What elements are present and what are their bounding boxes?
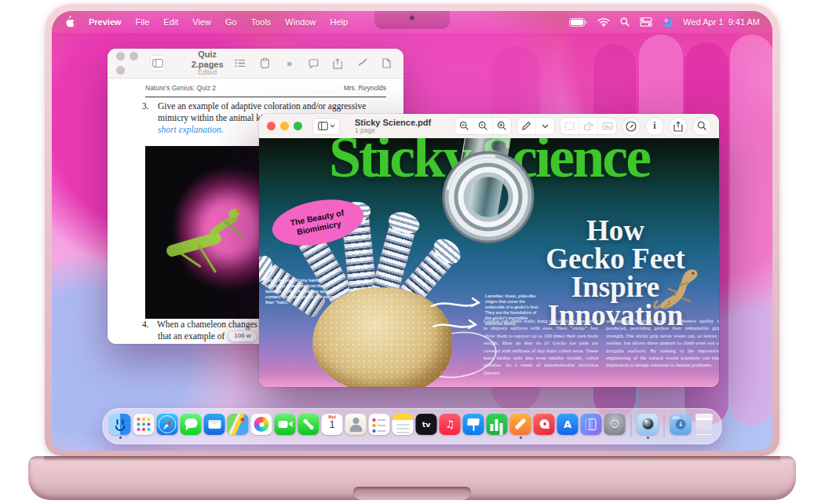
search-icon[interactable] <box>692 117 711 136</box>
menu-window[interactable]: Window <box>285 17 316 27</box>
dock-icon-launchpad[interactable] <box>133 414 155 435</box>
dock-icon-music[interactable]: ♫ <box>440 414 461 435</box>
appstore-glyph: A <box>557 414 579 435</box>
minimize-button[interactable] <box>280 122 289 130</box>
dock-icon-preview[interactable] <box>637 414 659 435</box>
rotate-icon <box>579 118 597 134</box>
document-inspector-icon[interactable] <box>378 56 395 71</box>
window-controls[interactable] <box>267 119 307 133</box>
dock-icon-maps[interactable] <box>228 414 249 435</box>
tv-glyph: tv <box>416 414 437 435</box>
dock-icon-facetime[interactable] <box>275 414 296 435</box>
wifi-icon[interactable] <box>597 17 610 27</box>
settings-glyph: ⚙ <box>604 414 626 435</box>
close-button[interactable] <box>267 122 276 130</box>
select-region-icon <box>560 118 579 134</box>
redact-icon <box>597 118 616 134</box>
pages-window-title: Quiz 2.pages Edited <box>188 49 226 77</box>
sidebar-toggle-icon[interactable] <box>312 118 340 135</box>
close-button[interactable] <box>116 52 125 60</box>
dock-icon-downloads[interactable]: ↓ <box>670 414 692 435</box>
page-count: 1 page <box>355 127 431 134</box>
sidebar-toggle-icon[interactable] <box>150 55 166 71</box>
selection-tools-disabled <box>560 117 617 135</box>
menu-bar-clock[interactable]: Wed Apr 1 9:41 AM <box>683 17 760 27</box>
share-icon[interactable] <box>329 56 346 71</box>
markup-chevron-icon[interactable] <box>535 118 554 134</box>
dock-icon-iphone-mirroring[interactable] <box>581 414 602 435</box>
dock-icon-settings[interactable]: ⚙ <box>604 414 626 435</box>
dock-icon-reminders[interactable] <box>369 414 390 435</box>
zoom-controls[interactable] <box>454 117 512 135</box>
menu-view[interactable]: View <box>192 17 211 27</box>
zoom-out-icon[interactable] <box>455 118 473 134</box>
dock-icon-numbers[interactable] <box>487 414 508 435</box>
document-status: Edited <box>188 69 226 77</box>
lid-opening-notch <box>353 487 471 500</box>
menu-file[interactable]: File <box>136 17 150 27</box>
menu-preview[interactable]: Preview <box>89 17 122 27</box>
wallpaper-shape <box>730 35 772 425</box>
dock-icon-keynote[interactable] <box>463 414 484 435</box>
more-tools-icon[interactable]: » <box>280 56 298 71</box>
search-icon[interactable] <box>620 17 630 27</box>
dock-icon-phone[interactable] <box>298 414 319 435</box>
pages-titlebar[interactable]: Quiz 2.pages Edited » <box>108 49 403 79</box>
downloads-glyph: ↓ <box>676 419 686 429</box>
battery-icon[interactable] <box>569 18 587 27</box>
hand-drawn-arrows <box>429 295 490 336</box>
format-brush-icon[interactable] <box>353 56 371 71</box>
menu-bar: PreviewFileEditViewGoToolsWindowHelp <box>52 11 772 33</box>
dock-icon-calendar[interactable]: Wed1 <box>322 414 343 435</box>
window-controls-inactive[interactable] <box>116 49 144 78</box>
header-left: Nature's Genius: Quiz 2 <box>145 84 216 92</box>
dock: Wed1tv♫A⚙↓ <box>103 408 722 444</box>
annotate-icon[interactable] <box>622 117 641 136</box>
calendar-day: 1 <box>322 418 343 430</box>
laptop-lid: Quiz 2.pages Edited » <box>45 4 779 456</box>
menu-tools[interactable]: Tools <box>251 17 272 27</box>
dock-icon-safari[interactable] <box>157 414 178 435</box>
markup-controls[interactable] <box>517 117 555 135</box>
zoom-button[interactable] <box>116 66 125 75</box>
lamellae-caption: Lamellae: linear, plate-like ridges that… <box>485 294 540 327</box>
preview-window-title: Sticky Science.pdf 1 page <box>355 118 431 134</box>
menu-edit[interactable]: Edit <box>163 17 178 27</box>
question-number: 4. <box>142 319 153 331</box>
menu-help[interactable]: Help <box>330 17 348 27</box>
dock-icon-notes[interactable] <box>392 414 414 435</box>
dock-icon-messages[interactable] <box>181 414 202 435</box>
magazine-page: Sticky Science The Beauty of Biomimicry <box>259 138 719 387</box>
preview-window[interactable]: Sticky Science.pdf 1 page <box>259 114 719 387</box>
dock-icon-photos[interactable] <box>251 414 272 435</box>
info-icon[interactable]: i <box>645 117 664 136</box>
dock-icon-mail[interactable] <box>204 414 225 435</box>
running-indicator <box>119 436 122 439</box>
preview-titlebar[interactable]: Sticky Science.pdf 1 page <box>259 114 719 139</box>
menu-go[interactable]: Go <box>225 17 237 27</box>
mantis-photo <box>145 146 263 319</box>
header-right: Mrs. Reynolds <box>344 84 386 92</box>
comment-icon[interactable] <box>305 56 322 71</box>
control-center-icon[interactable] <box>640 17 652 27</box>
apple-menu-icon[interactable] <box>64 16 75 29</box>
minimize-button[interactable] <box>130 52 138 60</box>
dock-icon-contacts[interactable] <box>345 414 367 435</box>
zoom-in-icon[interactable] <box>492 118 511 134</box>
siri-icon[interactable] <box>663 17 673 27</box>
dock-icon-appstore[interactable]: A <box>557 414 579 435</box>
zoom-actual-icon[interactable] <box>473 118 492 134</box>
zoom-button[interactable] <box>294 122 302 130</box>
dock-icon-finder[interactable] <box>110 414 131 435</box>
view-options-icon[interactable] <box>232 56 249 71</box>
dock-icon-pages[interactable] <box>510 414 531 435</box>
body-column-2: as van der Waals forces), an adhesive qu… <box>606 317 719 376</box>
music-glyph: ♫ <box>440 414 461 435</box>
dock-icon-trash[interactable] <box>694 414 715 435</box>
insert-object-icon[interactable] <box>256 56 273 71</box>
dock-icon-tv[interactable]: tv <box>416 414 437 435</box>
markup-pencil-icon[interactable] <box>517 118 535 134</box>
share-icon[interactable] <box>669 117 688 136</box>
dock-icon-games[interactable] <box>534 414 555 435</box>
word-count-badge[interactable]: 106 w <box>228 331 256 341</box>
